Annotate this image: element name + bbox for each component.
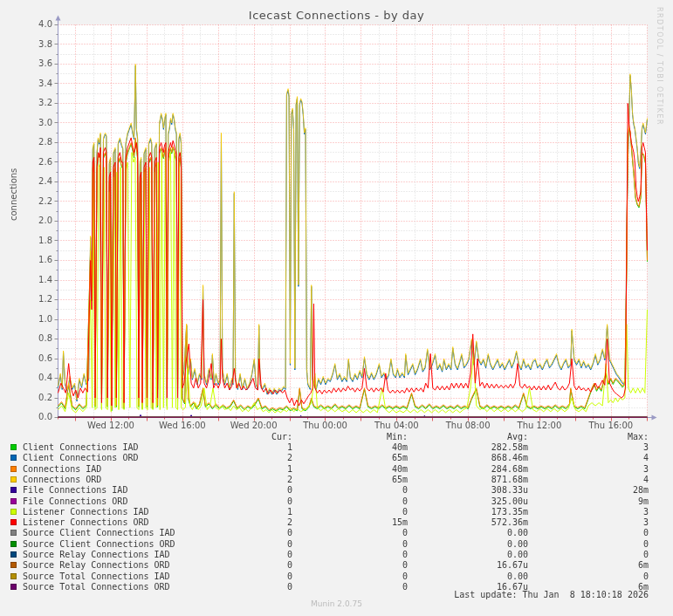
legend-row: Connections IAD140m284.68m3 xyxy=(0,464,673,475)
legend-value: 3 xyxy=(0,464,649,474)
munin-graph-page: { "title": "Icecast Connections - by day… xyxy=(0,0,673,616)
y-tick-label: 3.8 xyxy=(23,39,52,49)
x-tick-label: Wed 16:00 xyxy=(152,421,213,430)
last-update-text: Last update: Thu Jan 8 18:10:18 2026 xyxy=(0,590,649,599)
y-tick-label: 2.8 xyxy=(23,137,52,147)
y-tick-label: 2.4 xyxy=(23,176,52,186)
legend-value: 4 xyxy=(0,475,649,484)
y-tick-label: 4.0 xyxy=(23,19,52,29)
legend-row: Source Relay Connections IAD000.000 xyxy=(0,550,673,560)
y-tick-label: 1.0 xyxy=(23,314,52,324)
legend-row: Listener Connections IAD10173.35m3 xyxy=(0,507,673,517)
legend-row: Source Total Connections IAD000.000 xyxy=(0,572,673,582)
y-tick-label: 3.6 xyxy=(23,58,52,68)
y-tick-label: 1.2 xyxy=(23,294,52,304)
y-axis-title: connections xyxy=(9,168,18,221)
y-tick-label: 2.2 xyxy=(23,196,52,206)
munin-version: Munin 2.0.75 xyxy=(0,599,673,608)
rrdtool-watermark: RRDTOOL / TOBI OETIKER xyxy=(656,7,663,126)
y-tick-label: 0.2 xyxy=(23,393,52,402)
y-tick-label: 3.0 xyxy=(23,118,52,127)
y-tick-label: 2.6 xyxy=(23,157,52,167)
legend-column-header: Max: xyxy=(0,432,649,441)
legend-value: 3 xyxy=(0,442,649,452)
legend-value: 6m xyxy=(0,560,649,570)
legend-value: 28m xyxy=(0,485,649,495)
x-tick-label: Wed 12:00 xyxy=(80,421,141,430)
x-tick-label: Thu 08:00 xyxy=(437,421,498,430)
legend-value: 0 xyxy=(0,572,649,581)
legend-row: Source Relay Connections ORD0016.67u6m xyxy=(0,560,673,571)
legend-row: Source Client Connections ORD000.000 xyxy=(0,539,673,550)
legend-value: 9m xyxy=(0,496,649,506)
y-tick-label: 1.6 xyxy=(23,255,52,264)
x-tick-label: Wed 20:00 xyxy=(223,421,285,430)
legend-header-row: Cur:Min:Avg:Max: xyxy=(0,432,673,442)
y-tick-label: 3.2 xyxy=(23,98,52,107)
y-tick-label: 0.0 xyxy=(23,412,52,421)
connections-chart-canvas xyxy=(0,0,673,436)
y-tick-label: 2.0 xyxy=(23,216,52,225)
y-tick-label: 0.8 xyxy=(23,333,52,343)
legend-row: File Connections IAD00308.33u28m xyxy=(0,485,673,496)
legend-row: Listener Connections ORD215m572.36m3 xyxy=(0,517,673,528)
legend-value: 0 xyxy=(0,528,649,537)
legend-value: 0 xyxy=(0,550,649,559)
legend-row: Connections ORD265m871.68m4 xyxy=(0,475,673,485)
legend-row: File Connections ORD00325.00u9m xyxy=(0,496,673,507)
x-tick-label: Thu 16:00 xyxy=(580,421,642,430)
legend-row: Client Connections IAD140m282.58m3 xyxy=(0,442,673,453)
y-tick-label: 3.4 xyxy=(23,79,52,88)
x-tick-label: Thu 04:00 xyxy=(366,421,427,430)
y-tick-label: 1.8 xyxy=(23,236,52,245)
x-tick-label: Thu 12:00 xyxy=(509,421,570,430)
y-tick-label: 0.4 xyxy=(23,373,52,382)
x-tick-label: Thu 00:00 xyxy=(295,421,356,430)
legend-value: 3 xyxy=(0,517,649,527)
legend-row: Client Connections ORD265m868.46m4 xyxy=(0,453,673,463)
legend-value: 3 xyxy=(0,507,649,517)
y-tick-label: 0.6 xyxy=(23,353,52,363)
legend-row: Source Client Connections IAD000.000 xyxy=(0,528,673,538)
y-tick-label: 1.4 xyxy=(23,275,52,284)
legend-value: 4 xyxy=(0,453,649,462)
legend-value: 0 xyxy=(0,539,649,549)
page-title: Icecast Connections - by day xyxy=(0,9,673,22)
